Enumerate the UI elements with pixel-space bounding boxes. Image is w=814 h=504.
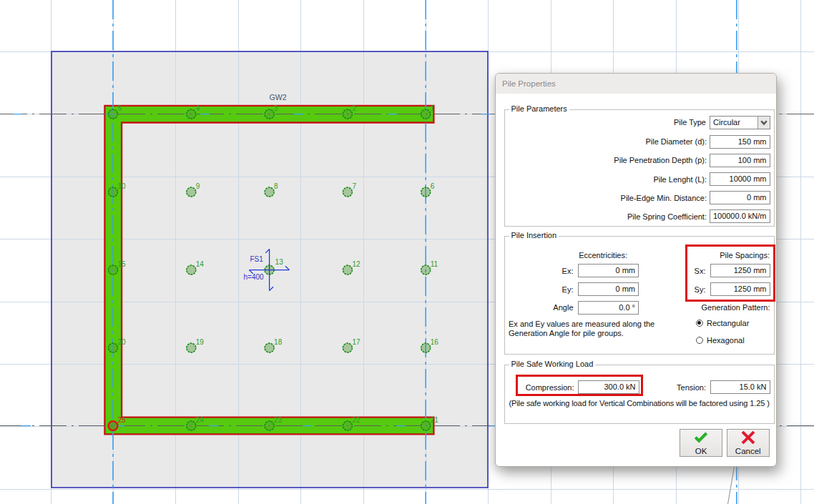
- svg-text:FS1: FS1: [250, 255, 264, 263]
- svg-text:22: 22: [352, 416, 361, 424]
- svg-text:GW2: GW2: [270, 93, 287, 102]
- svg-text:14: 14: [196, 260, 205, 268]
- svg-text:4: 4: [196, 104, 200, 112]
- svg-text:1: 1: [431, 104, 435, 112]
- svg-text:6: 6: [431, 182, 435, 190]
- svg-text:9: 9: [196, 182, 200, 190]
- svg-text:8: 8: [274, 182, 278, 190]
- svg-text:17: 17: [352, 338, 361, 346]
- svg-text:12: 12: [352, 260, 361, 268]
- svg-text:25: 25: [118, 416, 127, 424]
- svg-text:16: 16: [431, 338, 439, 346]
- svg-text:18: 18: [274, 338, 283, 346]
- svg-text:h=400: h=400: [244, 273, 265, 281]
- svg-text:7: 7: [352, 182, 356, 190]
- svg-text:10: 10: [118, 182, 127, 190]
- svg-text:24: 24: [196, 416, 205, 424]
- svg-text:19: 19: [196, 338, 205, 346]
- svg-text:3: 3: [274, 104, 278, 112]
- svg-text:15: 15: [118, 260, 127, 268]
- svg-text:21: 21: [431, 416, 439, 424]
- svg-text:2: 2: [352, 104, 356, 112]
- svg-text:20: 20: [118, 338, 127, 346]
- svg-text:5: 5: [118, 104, 122, 112]
- svg-text:13: 13: [275, 258, 284, 266]
- svg-text:23: 23: [274, 416, 283, 424]
